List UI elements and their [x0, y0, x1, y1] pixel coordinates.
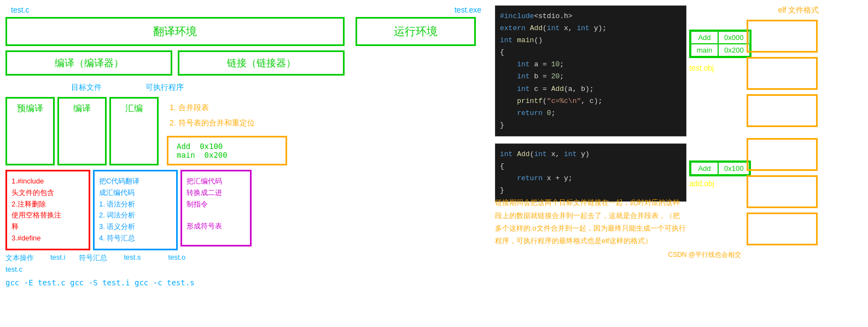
add-obj-table: Add 0x100 — [689, 160, 751, 176]
env-row: 翻译环境 编译（编译器） 链接（链接器） 运行环境 — [5, 17, 487, 78]
stage-boxes: 预编译 编译 汇编 1. 合并段表 2. 符号表的合并和重定位 Add 0x10… — [5, 97, 487, 165]
compile-stage: 编译 — [57, 97, 107, 165]
test-s-label: test.s — [124, 253, 141, 263]
symbol-row-main: main 0x200 — [177, 151, 277, 159]
assemble-stage: 汇编 — [109, 97, 159, 165]
executable-label: 可执行程序 — [145, 83, 184, 93]
symbol-sum-label: 符号汇总 — [79, 253, 107, 263]
precompile-detail: 1.#include 头文件的包含 2.注释删除 使用空格替换注 释 3.#de… — [5, 170, 90, 250]
test-c-bottom-label: test.c — [5, 265, 22, 273]
text-op-label: 文本操作 — [5, 253, 34, 263]
precompile-stage: 预编译 — [5, 97, 55, 165]
translation-env-wrapper: 翻译环境 编译（编译器） 链接（链接器） — [5, 17, 345, 78]
compile-box: 编译（编译器） — [5, 50, 172, 76]
test-exe-label: test.exe — [455, 5, 481, 14]
compile-link-row: 编译（编译器） 链接（链接器） — [5, 50, 345, 76]
elf-box-2 — [747, 57, 818, 90]
elf-boxes-bottom — [747, 138, 850, 245]
test-c-label: test.c — [11, 5, 29, 14]
target-file-label: 目标文件 — [71, 83, 102, 93]
add-obj-area: Add 0x100 add.obj — [689, 160, 741, 188]
link-step1: 1. 合并段表 2. 符号表的合并和重定位 — [167, 97, 287, 133]
elf-title: elf 文件格式 — [747, 5, 850, 15]
run-env-label: 运行环境 — [394, 24, 438, 39]
translation-env-label: 翻译环境 — [153, 25, 197, 37]
run-env-box: 运行环境 — [356, 17, 476, 46]
link-steps-area: 1. 合并段表 2. 符号表的合并和重定位 Add 0x100 main 0x2… — [167, 97, 287, 165]
test-obj-row-add: Add 0x000 — [691, 31, 750, 44]
elf-box-4 — [747, 138, 818, 171]
compile-detail: 把C代码翻译 成汇编代码 1. 语法分析 2. 词法分析 3. 语义分析 4. … — [93, 170, 178, 250]
test-obj-table: Add 0x000 main 0x200 — [689, 30, 752, 58]
add-code-block: int Add(int x, int y) { return x + y; } — [495, 144, 686, 202]
file-labels-top: test.c test.exe — [5, 5, 487, 14]
test-obj-label: test.obj — [689, 64, 752, 72]
compile-label: 编译（编译器） — [55, 58, 124, 68]
symbol-row-add: Add 0x100 — [177, 142, 277, 151]
translation-env-box: 翻译环境 — [5, 17, 345, 46]
add-obj-label: add.obj — [689, 179, 751, 188]
test-obj-area: Add 0x000 main 0x200 test.obj — [689, 30, 741, 72]
link-label: 链接（链接器） — [227, 58, 296, 68]
target-labels: 目标文件 可执行程序 — [5, 83, 487, 93]
csdn-credit: CSDN @平行线也会相交 — [495, 250, 741, 260]
test-code-block: #include<stdio.h> extern Add(int x, int … — [495, 5, 686, 136]
middle-section: #include<stdio.h> extern Add(int x, int … — [492, 0, 744, 327]
bottom-file-labels-2: test.c — [5, 264, 487, 274]
elf-box-5 — [747, 175, 818, 208]
bottom-file-labels-1: 文本操作 test.i 符号汇总 test.s test.o — [5, 253, 487, 263]
elf-boxes-top — [747, 20, 850, 127]
left-section: test.c test.exe 翻译环境 编译（编译器） 链接（链接器） — [0, 0, 492, 327]
test-i-label: test.i — [50, 253, 65, 263]
detail-row: 1.#include 头文件的包含 2.注释删除 使用空格替换注 释 3.#de… — [5, 170, 487, 250]
assemble-detail: 把汇编代码 转换成二进 制指令 形成符号表 — [180, 170, 252, 246]
test-o-label: test.o — [168, 253, 186, 263]
elf-box-3 — [747, 94, 818, 127]
main-container: test.c test.exe 翻译环境 编译（编译器） 链接（链接器） — [0, 0, 868, 327]
right-section: elf 文件格式 — [744, 0, 853, 327]
elf-box-1 — [747, 20, 818, 53]
add-obj-row-add: Add 0x100 — [691, 162, 749, 175]
symbol-table-box: Add 0x100 main 0x200 — [167, 136, 287, 165]
gcc-commands: gcc -E test.c gcc -S test.i gcc -c test.… — [5, 278, 487, 287]
link-box: 链接（链接器） — [178, 50, 345, 76]
elf-box-6 — [747, 213, 818, 245]
test-obj-row-main: main 0x200 — [691, 44, 750, 56]
link-desc-text: 链接期间会把这两个目标文件链接在一起，此时对应的这种段上的数据就链接合并到一起去… — [495, 196, 686, 248]
